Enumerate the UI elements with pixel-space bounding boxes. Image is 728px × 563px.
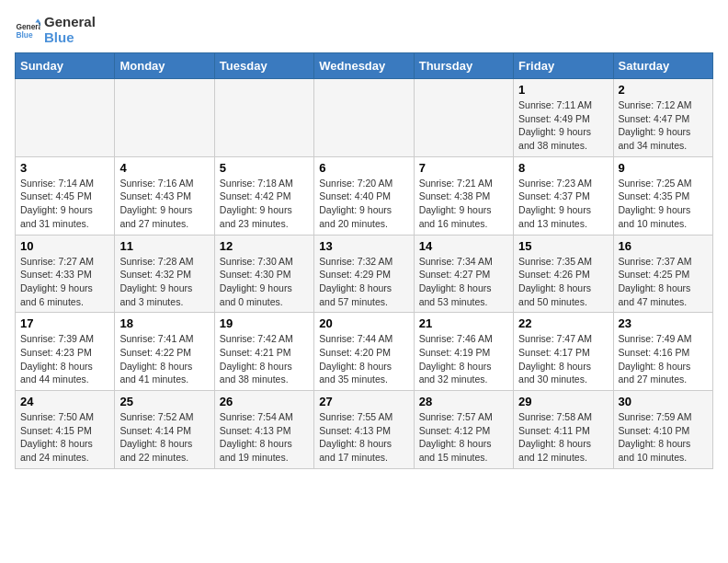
day-number: 23 [619,316,708,330]
day-cell: 2Sunrise: 7:12 AM Sunset: 4:47 PM Daylig… [613,79,712,157]
day-info: Sunrise: 7:55 AM Sunset: 4:13 PM Dayligh… [319,410,408,465]
day-cell: 25Sunrise: 7:52 AM Sunset: 4:14 PM Dayli… [115,391,214,469]
day-header-friday: Friday [514,53,613,79]
day-cell [115,79,214,157]
day-cell: 17Sunrise: 7:39 AM Sunset: 4:23 PM Dayli… [16,313,115,391]
day-number: 22 [518,316,608,330]
day-header-monday: Monday [115,53,214,79]
day-cell: 20Sunrise: 7:44 AM Sunset: 4:20 PM Dayli… [314,313,414,391]
day-info: Sunrise: 7:41 AM Sunset: 4:22 PM Dayligh… [119,332,209,386]
day-number: 9 [619,161,708,175]
day-number: 5 [220,161,309,175]
day-number: 8 [518,161,608,175]
header-row: SundayMondayTuesdayWednesdayThursdayFrid… [16,53,713,79]
day-cell: 18Sunrise: 7:41 AM Sunset: 4:22 PM Dayli… [115,313,214,391]
svg-text:General: General [16,21,40,30]
day-info: Sunrise: 7:21 AM Sunset: 4:38 PM Dayligh… [419,177,508,231]
day-info: Sunrise: 7:50 AM Sunset: 4:15 PM Dayligh… [20,410,109,465]
day-info: Sunrise: 7:20 AM Sunset: 4:40 PM Dayligh… [319,177,408,231]
day-info: Sunrise: 7:49 AM Sunset: 4:16 PM Dayligh… [619,332,708,386]
header: General Blue General Blue [15,15,713,45]
day-cell [214,79,313,157]
day-cell [414,79,513,157]
day-info: Sunrise: 7:54 AM Sunset: 4:13 PM Dayligh… [220,410,309,465]
day-cell: 30Sunrise: 7:59 AM Sunset: 4:10 PM Dayli… [613,391,712,469]
day-info: Sunrise: 7:11 AM Sunset: 4:49 PM Dayligh… [518,98,608,153]
week-row-3: 10Sunrise: 7:27 AM Sunset: 4:33 PM Dayli… [16,235,713,313]
day-info: Sunrise: 7:27 AM Sunset: 4:33 PM Dayligh… [20,255,109,309]
day-info: Sunrise: 7:32 AM Sunset: 4:29 PM Dayligh… [319,255,408,309]
day-number: 21 [419,316,508,330]
day-number: 16 [619,239,708,253]
day-number: 13 [319,239,408,253]
day-cell: 13Sunrise: 7:32 AM Sunset: 4:29 PM Dayli… [314,235,414,313]
day-info: Sunrise: 7:12 AM Sunset: 4:47 PM Dayligh… [619,98,708,153]
day-info: Sunrise: 7:37 AM Sunset: 4:25 PM Dayligh… [619,255,708,309]
day-cell: 22Sunrise: 7:47 AM Sunset: 4:17 PM Dayli… [514,313,613,391]
day-number: 11 [119,239,209,253]
day-header-wednesday: Wednesday [314,53,414,79]
day-cell: 21Sunrise: 7:46 AM Sunset: 4:19 PM Dayli… [414,313,513,391]
day-info: Sunrise: 7:25 AM Sunset: 4:35 PM Dayligh… [619,177,708,231]
day-cell [16,79,115,157]
day-info: Sunrise: 7:46 AM Sunset: 4:19 PM Dayligh… [419,332,508,386]
day-cell: 5Sunrise: 7:18 AM Sunset: 4:42 PM Daylig… [214,156,313,235]
day-cell: 14Sunrise: 7:34 AM Sunset: 4:27 PM Dayli… [414,235,513,313]
day-number: 25 [119,395,209,408]
day-number: 27 [319,395,408,408]
day-number: 17 [20,316,109,330]
day-number: 7 [419,161,508,175]
day-cell: 10Sunrise: 7:27 AM Sunset: 4:33 PM Dayli… [16,235,115,313]
day-header-sunday: Sunday [16,53,115,79]
week-row-2: 3Sunrise: 7:14 AM Sunset: 4:45 PM Daylig… [16,156,713,235]
day-number: 19 [220,316,309,330]
day-info: Sunrise: 7:16 AM Sunset: 4:43 PM Dayligh… [119,177,209,231]
day-number: 2 [619,83,708,97]
day-cell: 11Sunrise: 7:28 AM Sunset: 4:32 PM Dayli… [115,235,214,313]
day-cell: 3Sunrise: 7:14 AM Sunset: 4:45 PM Daylig… [16,156,115,235]
day-cell: 8Sunrise: 7:23 AM Sunset: 4:37 PM Daylig… [514,156,613,235]
day-number: 4 [119,161,209,175]
day-cell: 16Sunrise: 7:37 AM Sunset: 4:25 PM Dayli… [613,235,712,313]
day-number: 3 [20,161,109,175]
day-cell: 19Sunrise: 7:42 AM Sunset: 4:21 PM Dayli… [214,313,313,391]
day-number: 26 [220,395,309,408]
logo-icon: General Blue [15,17,40,43]
day-header-tuesday: Tuesday [214,53,313,79]
week-row-4: 17Sunrise: 7:39 AM Sunset: 4:23 PM Dayli… [16,313,713,391]
day-number: 15 [518,239,608,253]
day-number: 29 [518,395,608,408]
day-number: 14 [419,239,508,253]
day-number: 10 [20,239,109,253]
day-cell [314,79,414,157]
svg-marker-2 [35,18,40,22]
day-info: Sunrise: 7:52 AM Sunset: 4:14 PM Dayligh… [119,410,209,465]
day-number: 24 [20,395,109,408]
day-info: Sunrise: 7:35 AM Sunset: 4:26 PM Dayligh… [518,255,608,309]
day-cell: 6Sunrise: 7:20 AM Sunset: 4:40 PM Daylig… [314,156,414,235]
day-number: 20 [319,316,408,330]
day-info: Sunrise: 7:30 AM Sunset: 4:30 PM Dayligh… [220,255,309,309]
day-cell: 24Sunrise: 7:50 AM Sunset: 4:15 PM Dayli… [16,391,115,469]
day-cell: 23Sunrise: 7:49 AM Sunset: 4:16 PM Dayli… [613,313,712,391]
day-cell: 9Sunrise: 7:25 AM Sunset: 4:35 PM Daylig… [613,156,712,235]
day-cell: 7Sunrise: 7:21 AM Sunset: 4:38 PM Daylig… [414,156,513,235]
day-info: Sunrise: 7:47 AM Sunset: 4:17 PM Dayligh… [518,332,608,386]
day-info: Sunrise: 7:58 AM Sunset: 4:11 PM Dayligh… [518,410,608,465]
day-info: Sunrise: 7:57 AM Sunset: 4:12 PM Dayligh… [419,410,508,465]
day-number: 18 [119,316,209,330]
week-row-1: 1Sunrise: 7:11 AM Sunset: 4:49 PM Daylig… [16,79,713,157]
day-info: Sunrise: 7:42 AM Sunset: 4:21 PM Dayligh… [220,332,309,386]
day-info: Sunrise: 7:34 AM Sunset: 4:27 PM Dayligh… [419,255,508,309]
day-cell: 29Sunrise: 7:58 AM Sunset: 4:11 PM Dayli… [514,391,613,469]
day-number: 30 [619,395,708,408]
day-number: 1 [518,83,608,97]
logo: General Blue General Blue [15,15,96,45]
day-cell: 28Sunrise: 7:57 AM Sunset: 4:12 PM Dayli… [414,391,513,469]
day-info: Sunrise: 7:23 AM Sunset: 4:37 PM Dayligh… [518,177,608,231]
day-header-thursday: Thursday [414,53,513,79]
day-cell: 26Sunrise: 7:54 AM Sunset: 4:13 PM Dayli… [214,391,313,469]
day-number: 6 [319,161,408,175]
day-info: Sunrise: 7:44 AM Sunset: 4:20 PM Dayligh… [319,332,408,386]
day-info: Sunrise: 7:59 AM Sunset: 4:10 PM Dayligh… [619,410,708,465]
